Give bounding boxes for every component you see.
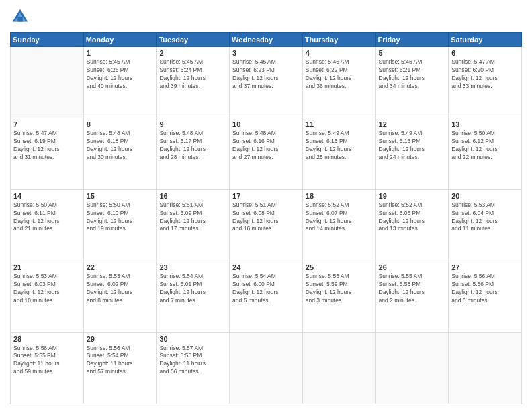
day-info: Sunrise: 5:48 AMSunset: 6:18 PMDaylight:… bbox=[87, 130, 154, 162]
calendar-week-4: 21Sunrise: 5:53 AMSunset: 6:03 PMDayligh… bbox=[11, 261, 522, 332]
calendar-cell: 20Sunrise: 5:53 AMSunset: 6:04 PMDayligh… bbox=[449, 189, 522, 261]
day-number: 10 bbox=[232, 120, 300, 128]
logo-icon bbox=[10, 7, 30, 27]
calendar-cell bbox=[375, 332, 449, 404]
day-info: Sunrise: 5:53 AMSunset: 6:04 PMDaylight:… bbox=[451, 201, 519, 234]
day-number: 12 bbox=[379, 120, 446, 128]
weekday-header-wednesday: Wednesday bbox=[230, 33, 303, 47]
calendar-cell: 19Sunrise: 5:52 AMSunset: 6:05 PMDayligh… bbox=[375, 189, 449, 261]
calendar-cell: 12Sunrise: 5:49 AMSunset: 6:13 PMDayligh… bbox=[375, 118, 449, 189]
calendar-cell bbox=[302, 332, 375, 404]
calendar-cell: 23Sunrise: 5:54 AMSunset: 6:01 PMDayligh… bbox=[157, 261, 230, 332]
day-number: 1 bbox=[87, 49, 154, 57]
calendar-table: SundayMondayTuesdayWednesdayThursdayFrid… bbox=[10, 32, 522, 404]
weekday-header-friday: Friday bbox=[375, 33, 449, 47]
day-info: Sunrise: 5:57 AMSunset: 5:53 PMDaylight:… bbox=[159, 345, 226, 377]
day-number: 7 bbox=[13, 120, 81, 128]
day-number: 11 bbox=[306, 120, 373, 128]
day-info: Sunrise: 5:45 AMSunset: 6:24 PMDaylight:… bbox=[159, 58, 226, 91]
calendar-cell: 7Sunrise: 5:47 AMSunset: 6:19 PMDaylight… bbox=[11, 118, 84, 189]
calendar-cell: 13Sunrise: 5:50 AMSunset: 6:12 PMDayligh… bbox=[449, 118, 522, 189]
day-number: 21 bbox=[13, 263, 81, 271]
calendar-cell: 28Sunrise: 5:56 AMSunset: 5:55 PMDayligh… bbox=[11, 332, 84, 404]
day-number: 6 bbox=[451, 49, 519, 57]
day-number: 8 bbox=[87, 120, 154, 128]
day-info: Sunrise: 5:50 AMSunset: 6:10 PMDaylight:… bbox=[87, 201, 154, 234]
weekday-header-monday: Monday bbox=[83, 33, 157, 47]
day-number: 23 bbox=[159, 263, 226, 271]
day-info: Sunrise: 5:46 AMSunset: 6:22 PMDaylight:… bbox=[306, 58, 373, 91]
calendar-cell: 8Sunrise: 5:48 AMSunset: 6:18 PMDaylight… bbox=[83, 118, 157, 189]
calendar-cell bbox=[11, 47, 84, 118]
day-number: 24 bbox=[232, 263, 300, 271]
day-number: 5 bbox=[379, 49, 446, 57]
calendar-cell: 5Sunrise: 5:46 AMSunset: 6:21 PMDaylight… bbox=[375, 47, 449, 118]
calendar-cell: 15Sunrise: 5:50 AMSunset: 6:10 PMDayligh… bbox=[83, 189, 157, 261]
calendar-cell: 17Sunrise: 5:51 AMSunset: 6:08 PMDayligh… bbox=[230, 189, 303, 261]
day-info: Sunrise: 5:46 AMSunset: 6:21 PMDaylight:… bbox=[379, 58, 446, 91]
day-info: Sunrise: 5:54 AMSunset: 6:00 PMDaylight:… bbox=[232, 273, 300, 305]
day-info: Sunrise: 5:48 AMSunset: 6:16 PMDaylight:… bbox=[232, 130, 300, 162]
weekday-header-saturday: Saturday bbox=[449, 33, 522, 47]
calendar-cell bbox=[230, 332, 303, 404]
weekday-header-thursday: Thursday bbox=[302, 33, 375, 47]
day-number: 28 bbox=[13, 335, 81, 343]
day-info: Sunrise: 5:50 AMSunset: 6:12 PMDaylight:… bbox=[451, 130, 519, 162]
calendar-cell: 18Sunrise: 5:52 AMSunset: 6:07 PMDayligh… bbox=[302, 189, 375, 261]
weekday-header-sunday: Sunday bbox=[11, 33, 84, 47]
day-number: 22 bbox=[87, 263, 154, 271]
page: SundayMondayTuesdayWednesdayThursdayFrid… bbox=[0, 0, 532, 411]
calendar-cell: 10Sunrise: 5:48 AMSunset: 6:16 PMDayligh… bbox=[230, 118, 303, 189]
calendar-cell: 9Sunrise: 5:48 AMSunset: 6:17 PMDaylight… bbox=[157, 118, 230, 189]
day-number: 16 bbox=[159, 192, 226, 200]
calendar-cell: 25Sunrise: 5:55 AMSunset: 5:59 PMDayligh… bbox=[302, 261, 375, 332]
calendar-week-2: 7Sunrise: 5:47 AMSunset: 6:19 PMDaylight… bbox=[11, 118, 522, 189]
day-number: 13 bbox=[451, 120, 519, 128]
calendar-cell: 1Sunrise: 5:45 AMSunset: 6:26 PMDaylight… bbox=[83, 47, 157, 118]
day-info: Sunrise: 5:45 AMSunset: 6:26 PMDaylight:… bbox=[87, 58, 154, 91]
calendar-cell: 14Sunrise: 5:50 AMSunset: 6:11 PMDayligh… bbox=[11, 189, 84, 261]
calendar-cell: 27Sunrise: 5:56 AMSunset: 5:56 PMDayligh… bbox=[449, 261, 522, 332]
day-info: Sunrise: 5:45 AMSunset: 6:23 PMDaylight:… bbox=[232, 58, 300, 91]
calendar-cell: 29Sunrise: 5:56 AMSunset: 5:54 PMDayligh… bbox=[83, 332, 157, 404]
day-info: Sunrise: 5:56 AMSunset: 5:55 PMDaylight:… bbox=[13, 345, 81, 377]
calendar-cell: 2Sunrise: 5:45 AMSunset: 6:24 PMDaylight… bbox=[157, 47, 230, 118]
header bbox=[10, 7, 522, 27]
calendar-header-row: SundayMondayTuesdayWednesdayThursdayFrid… bbox=[11, 33, 522, 47]
day-number: 15 bbox=[87, 192, 154, 200]
day-number: 27 bbox=[451, 263, 519, 271]
day-info: Sunrise: 5:51 AMSunset: 6:08 PMDaylight:… bbox=[232, 201, 300, 234]
calendar-week-3: 14Sunrise: 5:50 AMSunset: 6:11 PMDayligh… bbox=[11, 189, 522, 261]
day-info: Sunrise: 5:50 AMSunset: 6:11 PMDaylight:… bbox=[13, 201, 81, 234]
day-info: Sunrise: 5:56 AMSunset: 5:54 PMDaylight:… bbox=[87, 345, 154, 377]
svg-rect-2 bbox=[17, 17, 23, 22]
day-number: 20 bbox=[451, 192, 519, 200]
day-info: Sunrise: 5:55 AMSunset: 5:59 PMDaylight:… bbox=[306, 273, 373, 305]
day-number: 19 bbox=[379, 192, 446, 200]
day-info: Sunrise: 5:51 AMSunset: 6:09 PMDaylight:… bbox=[159, 201, 226, 234]
calendar-cell: 6Sunrise: 5:47 AMSunset: 6:20 PMDaylight… bbox=[449, 47, 522, 118]
calendar-cell: 11Sunrise: 5:49 AMSunset: 6:15 PMDayligh… bbox=[302, 118, 375, 189]
day-info: Sunrise: 5:54 AMSunset: 6:01 PMDaylight:… bbox=[159, 273, 226, 305]
calendar-cell: 30Sunrise: 5:57 AMSunset: 5:53 PMDayligh… bbox=[157, 332, 230, 404]
day-number: 25 bbox=[306, 263, 373, 271]
day-number: 2 bbox=[159, 49, 226, 57]
logo bbox=[10, 7, 33, 27]
calendar-cell: 24Sunrise: 5:54 AMSunset: 6:00 PMDayligh… bbox=[230, 261, 303, 332]
day-info: Sunrise: 5:56 AMSunset: 5:56 PMDaylight:… bbox=[451, 273, 519, 305]
day-number: 14 bbox=[13, 192, 81, 200]
day-number: 17 bbox=[232, 192, 300, 200]
day-number: 9 bbox=[159, 120, 226, 128]
calendar-week-1: 1Sunrise: 5:45 AMSunset: 6:26 PMDaylight… bbox=[11, 47, 522, 118]
day-info: Sunrise: 5:47 AMSunset: 6:20 PMDaylight:… bbox=[451, 58, 519, 91]
calendar-cell: 3Sunrise: 5:45 AMSunset: 6:23 PMDaylight… bbox=[230, 47, 303, 118]
day-number: 18 bbox=[306, 192, 373, 200]
day-number: 29 bbox=[87, 335, 154, 343]
calendar-cell: 22Sunrise: 5:53 AMSunset: 6:02 PMDayligh… bbox=[83, 261, 157, 332]
day-number: 26 bbox=[379, 263, 446, 271]
day-info: Sunrise: 5:53 AMSunset: 6:03 PMDaylight:… bbox=[13, 273, 81, 305]
weekday-header-tuesday: Tuesday bbox=[157, 33, 230, 47]
calendar-cell: 21Sunrise: 5:53 AMSunset: 6:03 PMDayligh… bbox=[11, 261, 84, 332]
day-info: Sunrise: 5:49 AMSunset: 6:13 PMDaylight:… bbox=[379, 130, 446, 162]
calendar-cell bbox=[449, 332, 522, 404]
